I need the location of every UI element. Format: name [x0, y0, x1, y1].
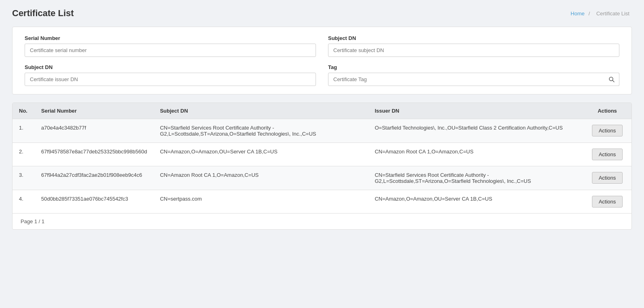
- subject-dn-input[interactable]: [328, 44, 619, 57]
- issuer-dn-input-wrapper: [25, 73, 316, 86]
- cell-subject-3: CN=sertpass.com: [153, 190, 368, 214]
- filter-group-issuer-dn: Subject DN: [25, 64, 316, 86]
- cell-issuer-0: O=Starfield Technologies\, Inc.,OU=Starf…: [368, 119, 583, 143]
- cell-actions-3: Actions: [583, 190, 631, 214]
- page-header: Certificate List Home / Certificate List: [12, 8, 632, 19]
- table-header-row: No. Serial Number Subject DN Issuer DN A…: [13, 103, 631, 119]
- col-header-actions: Actions: [583, 103, 631, 119]
- cell-serial-3: 50d0bb285f73351ae076bc745542fc3: [35, 190, 153, 214]
- col-header-serial: Serial Number: [35, 103, 153, 119]
- filter-card: Serial Number Subject DN Subject DN: [12, 27, 632, 94]
- table-body: 1. a70e4a4c3482b77f CN=Starfield Service…: [13, 119, 631, 214]
- certificate-table: No. Serial Number Subject DN Issuer DN A…: [13, 103, 631, 213]
- issuer-dn-input[interactable]: [25, 73, 316, 86]
- cell-issuer-2: CN=Starfield Services Root Certificate A…: [368, 166, 583, 190]
- subject-dn-input-wrapper: [328, 44, 619, 57]
- page-title: Certificate List: [12, 8, 74, 19]
- cell-subject-1: CN=Amazon,O=Amazon,OU=Server CA 1B,C=US: [153, 143, 368, 166]
- cell-no-3: 4.: [13, 190, 35, 214]
- tag-label: Tag: [328, 64, 619, 70]
- filter-row-2: Subject DN Tag: [25, 64, 619, 86]
- cell-serial-1: 67f94578587e8ac77deb253325bbc998b560d: [35, 143, 153, 166]
- serial-number-input[interactable]: [25, 44, 316, 57]
- cell-no-2: 3.: [13, 166, 35, 190]
- cell-subject-2: CN=Amazon Root CA 1,O=Amazon,C=US: [153, 166, 368, 190]
- table-header: No. Serial Number Subject DN Issuer DN A…: [13, 103, 631, 119]
- cell-no-0: 1.: [13, 119, 35, 143]
- serial-number-label: Serial Number: [25, 35, 316, 41]
- issuer-dn-label: Subject DN: [25, 64, 316, 70]
- cell-serial-0: a70e4a4c3482b77f: [35, 119, 153, 143]
- cell-serial-2: 67f944a2a27cdf3fac2ae2b01f908eeb9c4c6: [35, 166, 153, 190]
- breadcrumb-home-link[interactable]: Home: [571, 10, 585, 17]
- cell-no-1: 2.: [13, 143, 35, 166]
- tag-input-wrapper: [328, 73, 619, 86]
- cell-subject-0: CN=Starfield Services Root Certificate A…: [153, 119, 368, 143]
- serial-number-input-wrapper: [25, 44, 316, 57]
- search-icon: [608, 76, 615, 83]
- actions-button-1[interactable]: Actions: [592, 149, 623, 160]
- col-header-subject: Subject DN: [153, 103, 368, 119]
- pagination-label: Page 1 / 1: [21, 218, 44, 224]
- actions-button-0[interactable]: Actions: [592, 125, 623, 136]
- pagination: Page 1 / 1: [13, 213, 631, 229]
- actions-button-2[interactable]: Actions: [592, 172, 623, 184]
- filter-group-subject-dn: Subject DN: [328, 35, 619, 57]
- breadcrumb-current: Certificate List: [596, 10, 629, 17]
- filter-section: Serial Number Subject DN Subject DN: [13, 27, 631, 94]
- filter-row-1: Serial Number Subject DN: [25, 35, 619, 57]
- subject-dn-label: Subject DN: [328, 35, 619, 41]
- table-row: 1. a70e4a4c3482b77f CN=Starfield Service…: [13, 119, 631, 143]
- tag-input[interactable]: [328, 73, 619, 86]
- svg-line-1: [613, 80, 614, 82]
- cell-actions-1: Actions: [583, 143, 631, 166]
- actions-button-3[interactable]: Actions: [592, 196, 623, 207]
- col-header-issuer: Issuer DN: [368, 103, 583, 119]
- filter-group-serial: Serial Number: [25, 35, 316, 57]
- breadcrumb: Home / Certificate List: [571, 10, 632, 17]
- cell-actions-0: Actions: [583, 119, 631, 143]
- cell-issuer-3: CN=Amazon,O=Amazon,OU=Server CA 1B,C=US: [368, 190, 583, 214]
- table-row: 4. 50d0bb285f73351ae076bc745542fc3 CN=se…: [13, 190, 631, 214]
- cell-actions-2: Actions: [583, 166, 631, 190]
- filter-group-tag: Tag: [328, 64, 619, 86]
- search-button[interactable]: [604, 73, 619, 86]
- cell-issuer-1: CN=Amazon Root CA 1,O=Amazon,C=US: [368, 143, 583, 166]
- col-header-no: No.: [13, 103, 35, 119]
- breadcrumb-separator: /: [588, 10, 590, 17]
- table-row: 2. 67f94578587e8ac77deb253325bbc998b560d…: [13, 143, 631, 166]
- table-card: No. Serial Number Subject DN Issuer DN A…: [12, 103, 632, 230]
- table-row: 3. 67f944a2a27cdf3fac2ae2b01f908eeb9c4c6…: [13, 166, 631, 190]
